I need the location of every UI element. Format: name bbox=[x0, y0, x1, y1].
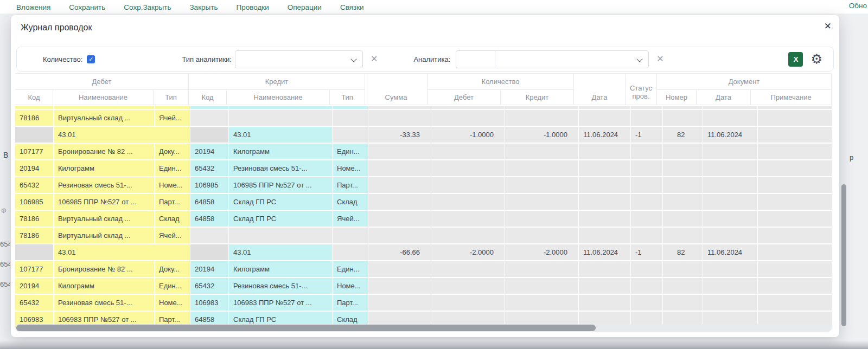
background-fragment-right: р bbox=[850, 153, 853, 161]
table-header: Дебет Кредит Сумма Количество Дата Стату… bbox=[15, 73, 832, 105]
table-row[interactable]: 65432Резиновая смесь 51-...Номе...106983… bbox=[15, 295, 832, 311]
journal-dialog: Журнал проводок ✕ Количество: ✓ Тип анал… bbox=[11, 15, 839, 337]
cell-date: 11.06.2024 bbox=[579, 127, 630, 143]
cell-qty-c bbox=[505, 194, 578, 210]
cell-c-code: 65432 bbox=[190, 278, 228, 294]
cell-c-name bbox=[229, 110, 332, 126]
cell-status bbox=[631, 261, 662, 277]
quantity-checkbox[interactable]: ✓ bbox=[87, 55, 95, 63]
table-row[interactable]: 106985106985 ППР №527 от ...Парт...64858… bbox=[15, 194, 832, 210]
analytics-type-value bbox=[235, 55, 240, 63]
table-row[interactable] bbox=[15, 106, 832, 109]
summary-row[interactable]: 43.0143.01-33.33-1.0000-1.000011.06.2024… bbox=[15, 127, 832, 143]
table-row[interactable]: 78186Виртуальный склад ...Ячей... bbox=[15, 110, 832, 126]
cell-c-type: Номе... bbox=[333, 278, 368, 294]
cell-d-code: 20194 bbox=[15, 278, 53, 294]
cell-note bbox=[758, 127, 832, 143]
col-header-qty-debit: Дебет bbox=[427, 90, 501, 105]
cell-status bbox=[631, 106, 662, 109]
page-bottom-edge bbox=[0, 340, 868, 349]
cell-note bbox=[758, 106, 832, 109]
cell-c-type: Парт... bbox=[333, 177, 368, 193]
cell-doc-num: 82 bbox=[663, 244, 703, 260]
background-fragment-row: 654 bbox=[0, 280, 10, 288]
menu-item-links[interactable]: Связки bbox=[340, 3, 364, 11]
status-header-line2: пров. bbox=[632, 92, 649, 100]
menu-item-operations[interactable]: Операции bbox=[288, 3, 322, 11]
filter-bar: Количество: ✓ Тип аналитики: ✕ Аналитика… bbox=[16, 47, 834, 72]
cell-c-name: Резиновая смесь 51-... bbox=[229, 278, 332, 294]
cell-qty-c bbox=[505, 228, 578, 243]
cell-c-name: 106983 ППР №527 от ... bbox=[229, 295, 332, 311]
close-icon[interactable]: ✕ bbox=[824, 22, 832, 31]
table-row[interactable]: 20194КилограммЕдин...65432Резиновая смес… bbox=[15, 160, 832, 176]
cell-c-code: 106983 bbox=[190, 295, 228, 311]
analytics-type-clear-icon[interactable]: ✕ bbox=[371, 55, 378, 63]
cell-note bbox=[758, 194, 832, 210]
background-fragment-left: В bbox=[3, 151, 8, 159]
table-row[interactable]: 78186Виртуальный склад ...Ячей... bbox=[15, 228, 832, 243]
menu-item-attachments[interactable]: Вложения bbox=[16, 3, 50, 11]
menu-item-close[interactable]: Закрыть bbox=[189, 3, 218, 11]
cell-qty-d: -2.0000 bbox=[431, 244, 505, 260]
menu-item-save[interactable]: Сохранить bbox=[69, 3, 105, 11]
cell-sum bbox=[368, 278, 431, 294]
analytics-type-select[interactable] bbox=[235, 50, 363, 68]
cell-c-name: 43.01 bbox=[229, 244, 332, 260]
cell-c-code bbox=[190, 228, 228, 243]
table-row[interactable]: 107177Бронирование № 82 ...Доку...20194К… bbox=[15, 261, 832, 277]
cell-sum bbox=[368, 106, 431, 109]
gear-icon[interactable]: ⚙ bbox=[810, 53, 822, 66]
table-row[interactable]: 20194КилограммЕдин...65432Резиновая смес… bbox=[15, 278, 832, 294]
cell-note bbox=[758, 228, 832, 243]
cell-doc-date bbox=[703, 177, 757, 193]
cell-c-code bbox=[190, 110, 228, 126]
horizontal-scrollbar[interactable] bbox=[15, 324, 832, 332]
analytics-clear-icon[interactable]: ✕ bbox=[656, 55, 663, 63]
quantity-checkbox-label: Количество: bbox=[43, 55, 82, 63]
vertical-scrollbar[interactable] bbox=[841, 184, 846, 326]
analytics-code-input[interactable] bbox=[456, 50, 495, 68]
cell-d-code bbox=[15, 244, 53, 260]
cell-doc-date: 11.06.2024 bbox=[703, 244, 757, 260]
cell-qty-c bbox=[505, 211, 578, 227]
horizontal-scrollbar-thumb[interactable] bbox=[16, 325, 596, 331]
cell-c-type bbox=[333, 244, 368, 260]
table-row[interactable]: 65432Резиновая смесь 51-...Номе...106985… bbox=[15, 177, 832, 193]
cell-date bbox=[579, 228, 630, 243]
menu-item-postings[interactable]: Проводки bbox=[236, 3, 269, 11]
cell-d-code bbox=[15, 106, 53, 109]
dialog-title: Журнал проводок bbox=[21, 23, 92, 33]
menu-item-refresh[interactable]: Обно bbox=[849, 2, 867, 10]
cell-note bbox=[758, 110, 832, 126]
cell-d-name: Бронирование № 82 ... bbox=[54, 261, 154, 277]
cell-c-type bbox=[333, 110, 368, 126]
cell-c-type: Склад bbox=[333, 194, 368, 210]
table-row[interactable]: 78186Виртуальный склад ...Склад64858Скла… bbox=[15, 211, 832, 227]
cell-sum bbox=[368, 261, 431, 277]
cell-note bbox=[758, 211, 832, 227]
cell-d-name: Виртуальный склад ... bbox=[54, 110, 154, 126]
cell-doc-date bbox=[703, 295, 757, 311]
cell-note bbox=[758, 295, 832, 311]
cell-doc-date bbox=[703, 110, 757, 126]
cell-status bbox=[631, 194, 662, 210]
cell-d-name: Килограмм bbox=[54, 278, 154, 294]
cell-qty-c bbox=[505, 110, 578, 126]
menu-item-save-close[interactable]: Сохр.Закрыть bbox=[124, 3, 171, 11]
cell-d-type: Ячей... bbox=[155, 110, 190, 126]
analytics-select[interactable] bbox=[495, 50, 649, 68]
excel-export-button[interactable]: X bbox=[788, 52, 803, 67]
cell-d-name: Резиновая смесь 51-... bbox=[54, 177, 154, 193]
cell-doc-date bbox=[703, 211, 757, 227]
cell-doc-num bbox=[663, 228, 703, 243]
cell-d-code: 78186 bbox=[15, 110, 53, 126]
col-header-status: Статус пров. bbox=[626, 74, 657, 105]
cell-c-name: Килограмм bbox=[229, 261, 332, 277]
cell-doc-date bbox=[703, 261, 757, 277]
table-row[interactable]: 107177Бронирование № 82 ...Доку...20194К… bbox=[15, 144, 832, 159]
cell-status: -1 bbox=[631, 127, 662, 143]
cell-c-name: Склад ГП РС bbox=[229, 194, 332, 210]
summary-row[interactable]: 43.0143.01-66.66-2.0000-2.000011.06.2024… bbox=[15, 244, 832, 260]
background-fragment-row: 654 bbox=[0, 260, 10, 268]
